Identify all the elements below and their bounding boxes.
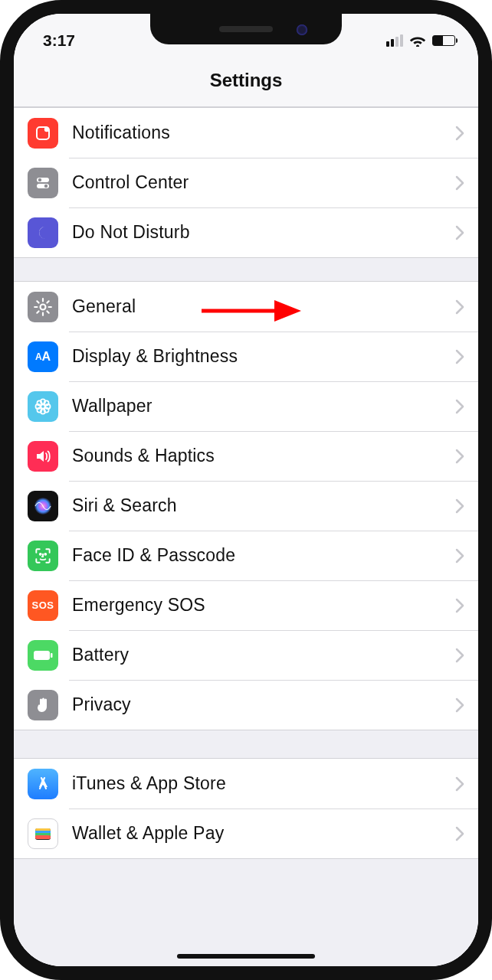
cellular-signal-icon <box>386 34 403 47</box>
svg-rect-27 <box>35 835 51 839</box>
row-label: Notifications <box>72 122 455 143</box>
svg-point-1 <box>44 126 49 131</box>
sos-icon: SOS <box>28 590 58 621</box>
chevron-right-icon <box>455 598 464 613</box>
notch <box>150 14 342 44</box>
row-sounds-haptics[interactable]: Sounds & Haptics <box>14 431 478 481</box>
notifications-icon <box>28 118 58 149</box>
row-general[interactable]: General <box>14 282 478 332</box>
svg-point-18 <box>44 553 46 554</box>
wallet-icon <box>28 818 58 849</box>
chevron-right-icon <box>455 697 464 713</box>
chevron-right-icon <box>455 548 464 564</box>
side-button <box>478 228 483 320</box>
moon-icon <box>28 217 58 248</box>
chevron-right-icon <box>455 399 464 414</box>
settings-group: Notifications Control Center Do Not Dist… <box>14 107 478 258</box>
status-time: 3:17 <box>43 31 75 50</box>
row-notifications[interactable]: Notifications <box>14 108 478 158</box>
row-label: Siri & Search <box>72 495 455 516</box>
gear-icon <box>28 292 58 322</box>
screen: 3:17 Settings Notifica <box>14 14 478 966</box>
settings-content[interactable]: Notifications Control Center Do Not Dist… <box>14 107 478 966</box>
chevron-right-icon <box>455 126 464 141</box>
chevron-right-icon <box>455 498 464 514</box>
row-battery[interactable]: Battery <box>14 630 478 680</box>
row-label: Emergency SOS <box>72 595 455 616</box>
svg-point-17 <box>40 553 41 554</box>
row-control-center[interactable]: Control Center <box>14 158 478 207</box>
chevron-right-icon <box>455 826 464 841</box>
phone-frame: 3:17 Settings Notifica <box>0 0 492 980</box>
svg-point-5 <box>44 184 48 187</box>
row-label: Battery <box>72 645 455 665</box>
svg-rect-19 <box>34 651 50 660</box>
row-do-not-disturb[interactable]: Do Not Disturb <box>14 207 478 257</box>
row-label: Privacy <box>72 694 455 715</box>
row-face-id-passcode[interactable]: Face ID & Passcode <box>14 531 478 580</box>
chevron-right-icon <box>455 349 464 364</box>
appstore-icon <box>28 769 58 799</box>
speaker-icon <box>28 441 58 472</box>
siri-icon <box>28 491 58 521</box>
row-wallet-apple-pay[interactable]: Wallet & Apple Pay <box>14 808 478 858</box>
nav-header: Settings <box>14 54 478 107</box>
home-indicator[interactable] <box>177 954 315 959</box>
chevron-right-icon <box>455 175 464 191</box>
settings-group: General AA Display & Brightness Wallpape… <box>14 281 478 730</box>
flower-icon <box>28 391 58 422</box>
svg-rect-20 <box>51 653 53 658</box>
chevron-right-icon <box>455 776 464 792</box>
row-siri-search[interactable]: Siri & Search <box>14 481 478 531</box>
toggles-icon <box>28 168 58 198</box>
battery-icon <box>28 640 58 671</box>
row-label: iTunes & App Store <box>72 773 455 794</box>
row-label: Sounds & Haptics <box>72 446 455 466</box>
row-label: Wallpaper <box>72 396 455 416</box>
chevron-right-icon <box>455 225 464 240</box>
row-itunes-app-store[interactable]: iTunes & App Store <box>14 759 478 808</box>
row-label: Do Not Disturb <box>72 222 455 243</box>
page-title: Settings <box>210 70 283 91</box>
settings-group: iTunes & App Store Wallet & Apple Pay <box>14 758 478 859</box>
row-wallpaper[interactable]: Wallpaper <box>14 381 478 431</box>
front-camera <box>297 24 307 35</box>
row-label: General <box>72 296 455 317</box>
speaker-grill <box>219 26 273 32</box>
svg-point-3 <box>38 178 41 181</box>
row-label: Wallet & Apple Pay <box>72 823 455 844</box>
row-label: Control Center <box>72 172 455 193</box>
chevron-right-icon <box>455 648 464 663</box>
row-display-brightness[interactable]: AA Display & Brightness <box>14 332 478 381</box>
chevron-right-icon <box>455 299 464 315</box>
row-emergency-sos[interactable]: SOS Emergency SOS <box>14 580 478 630</box>
battery-icon <box>432 35 455 46</box>
hand-icon <box>28 690 58 720</box>
row-privacy[interactable]: Privacy <box>14 680 478 730</box>
svg-point-6 <box>41 304 46 309</box>
text-size-icon: AA <box>28 341 58 372</box>
row-label: Display & Brightness <box>72 346 455 367</box>
face-id-icon <box>28 541 58 571</box>
chevron-right-icon <box>455 449 464 464</box>
row-label: Face ID & Passcode <box>72 545 455 566</box>
wifi-icon <box>409 34 426 47</box>
